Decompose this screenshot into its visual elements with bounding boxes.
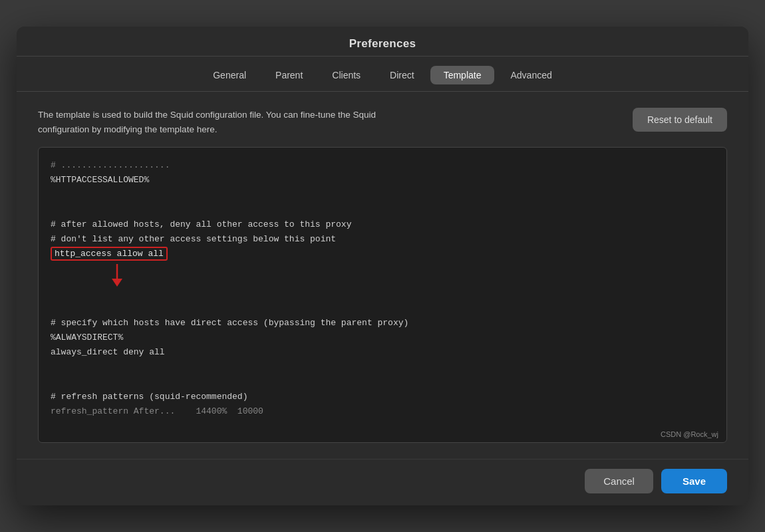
- tab-clients[interactable]: Clients: [319, 66, 374, 84]
- tab-parent[interactable]: Parent: [262, 66, 316, 84]
- editor-line-always-direct-deny: always_direct deny all: [51, 347, 165, 357]
- red-arrow-icon: [90, 263, 144, 287]
- editor-comment-line3: # after allowed hosts, deny all other ac…: [51, 219, 351, 229]
- watermark: CSDN @Rock_wj: [661, 430, 718, 438]
- cancel-button[interactable]: Cancel: [585, 469, 653, 493]
- reset-to-default-button[interactable]: Reset to default: [633, 108, 727, 132]
- editor-container[interactable]: # ..................... %HTTPACCESSALLOW…: [38, 147, 727, 443]
- description-text: The template is used to build the Squid …: [38, 108, 410, 136]
- editor-content[interactable]: # ..................... %HTTPACCESSALLOW…: [39, 148, 726, 430]
- editor-line-refresh-faded: refresh_pattern After... 14400% 10000: [51, 406, 263, 416]
- tab-advanced[interactable]: Advanced: [497, 66, 565, 84]
- editor-line-httpaccessallowed: %HTTPACCESSALLOWED%: [51, 175, 149, 185]
- tab-direct[interactable]: Direct: [377, 66, 428, 84]
- tab-bar: General Parent Clients Direct Template A…: [17, 57, 748, 92]
- description-row: The template is used to build the Squid …: [38, 108, 727, 136]
- editor-comment-line7: # specify which hosts have direct access…: [51, 318, 408, 328]
- editor-faded-top: # .....................: [51, 160, 170, 170]
- svg-marker-1: [112, 279, 122, 287]
- save-button[interactable]: Save: [661, 469, 727, 493]
- preferences-window: Preferences General Parent Clients Direc…: [17, 27, 748, 505]
- footer: Cancel Save: [17, 459, 748, 505]
- editor-comment-line4: # don't list any other access settings b…: [51, 234, 336, 244]
- tab-general[interactable]: General: [200, 66, 259, 84]
- editor-comment-refresh: # refresh patterns (squid-recommended): [51, 392, 247, 402]
- tab-template[interactable]: Template: [430, 66, 495, 84]
- editor-line-alwaysdirect: %ALWAYSDIRECT%: [51, 332, 123, 342]
- editor-highlighted-line: http_access allow all: [51, 247, 168, 261]
- title-bar: Preferences: [17, 27, 748, 57]
- window-title: Preferences: [17, 37, 748, 51]
- content-area: The template is used to build the Squid …: [17, 92, 748, 459]
